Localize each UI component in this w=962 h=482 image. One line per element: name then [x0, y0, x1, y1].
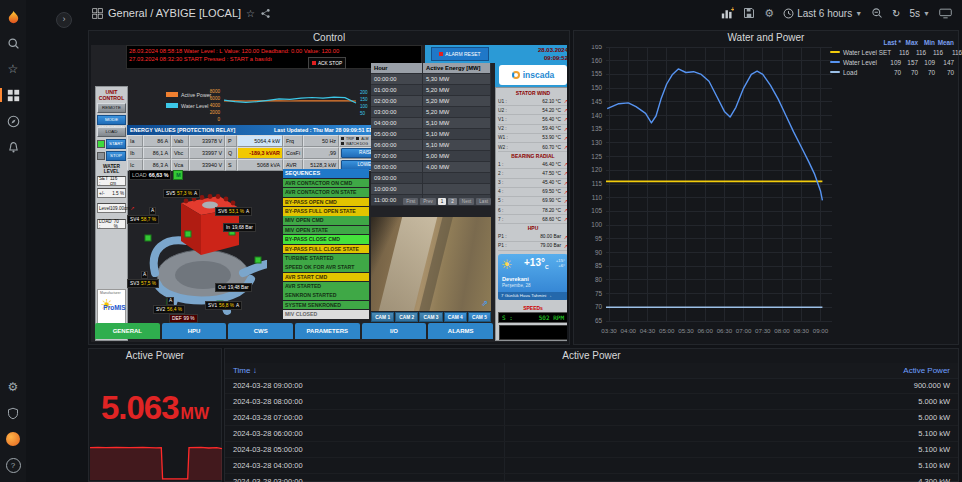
grafana-logo-icon[interactable] [3, 7, 23, 27]
unit-mini-chart[interactable]: Active PowerWater Level80006000400020000… [118, 86, 372, 122]
energy-cell: 86,1 A [143, 147, 171, 159]
start-indicator [97, 140, 105, 148]
water-level-tolerance-field[interactable]: +/-1.5 % [97, 188, 126, 198]
sequence-step: AVR START CMD [283, 273, 369, 282]
breadcrumb-text: General / AYBIGE [LOCAL] [108, 7, 241, 19]
legend-series-name[interactable]: Load [830, 69, 883, 76]
hour-table-header[interactable]: Active Energy [MW] [423, 63, 491, 74]
water-power-chart[interactable]: 1651601551501451401351301251201151101051… [576, 45, 838, 345]
legend-stat-value: 147 [935, 59, 954, 66]
share-icon[interactable] [260, 8, 271, 19]
energy-cell: 33997 V [189, 147, 225, 159]
energy-values-table: Ia86 AVab33978 VP5064,4 kWFrq50 HzTRIPAL… [127, 135, 393, 171]
speed-title: SPEEDs [498, 305, 567, 311]
hour-table-header[interactable]: Hour [371, 63, 423, 74]
camera-button[interactable]: CAM 4 [444, 312, 467, 322]
save-dashboard-button[interactable] [743, 7, 755, 19]
table-row: 2024-03-28 09:00:00900.000 W [225, 378, 958, 394]
chart-legend: Last *MaxMinMeanWater Level SET116116116… [830, 37, 954, 77]
load-percentage-badge: LOAD66,63 % M [129, 170, 183, 180]
hour-table-cell: 5,20 MW [423, 107, 491, 118]
panel-title[interactable]: Active Power [89, 349, 221, 363]
legend-stat-header[interactable]: Last * [883, 39, 901, 46]
breadcrumb[interactable]: General / AYBIGE [LOCAL] ☆ [92, 7, 271, 19]
ack-stop-button[interactable]: ACK STOP [308, 57, 346, 69]
tab-parameters[interactable]: PARAMETERS [295, 323, 360, 339]
time-range-picker[interactable]: Last 6 hours ▼ [783, 8, 862, 19]
sidebar-expand-button[interactable]: › [56, 12, 72, 28]
legend-series-name[interactable]: Water Level [830, 59, 883, 66]
dashboard-settings-button[interactable]: ⚙ [764, 7, 774, 20]
help-icon[interactable]: ? [3, 455, 23, 475]
weather-location: Devrekani [502, 276, 529, 282]
legend-stat-value: 70 [901, 69, 918, 76]
tab-i-o[interactable]: I/O [362, 323, 427, 339]
weather-forecast-link[interactable]: 7 Günlük Hava Tahmini → [498, 292, 567, 300]
refresh-interval-label: 5s [910, 8, 921, 19]
panel-title[interactable]: Active Power [225, 349, 958, 363]
pagination-button[interactable]: Prev [420, 198, 435, 205]
camera-button[interactable]: CAM 5 [468, 312, 491, 322]
water-level-title: WATER LEVEL [97, 164, 126, 174]
clock-icon [783, 8, 794, 19]
time-column-header[interactable]: Time ↓ [233, 366, 257, 375]
camera-button[interactable]: CAM 2 [395, 312, 418, 322]
pagination-button[interactable]: 1 [438, 198, 447, 205]
legend-stat-header[interactable]: Min [918, 39, 935, 46]
alerting-bell-icon[interactable] [3, 137, 23, 157]
legend-stat-value: 116 [943, 49, 962, 56]
power-column-header[interactable]: Active Power [903, 366, 950, 375]
camera-button[interactable]: CAM 1 [371, 312, 394, 322]
svg-text:135: 135 [591, 125, 602, 132]
zoom-out-button[interactable] [871, 7, 883, 19]
favorite-star-icon[interactable]: ☆ [246, 8, 255, 19]
weather-day: Perşembe, 28 [502, 283, 531, 288]
active-power-stat-panel: Active Power 5.063MW [88, 348, 222, 482]
mode-m-badge: M [173, 170, 183, 180]
refresh-button[interactable]: ↻ [892, 8, 900, 19]
hour-table-row: 10:00:00 [371, 184, 491, 195]
water-level-set-field[interactable]: SET :116 cm [97, 176, 126, 186]
energy-cell: Frq [283, 135, 303, 147]
refresh-interval-dropdown[interactable]: 5s ▼ [910, 8, 931, 19]
legend-series-name[interactable]: Water Level SET [830, 49, 891, 56]
server-admin-shield-icon[interactable] [3, 403, 23, 423]
table-body: 2024-03-28 09:00:00900.000 W2024-03-28 0… [225, 378, 958, 481]
temperature-row: V2 :59.40 °C↗ [498, 125, 567, 134]
water-power-chart-svg[interactable]: 1651601551501451401351301251201151101051… [576, 45, 838, 341]
pagination-button[interactable]: First [403, 198, 418, 205]
start-button[interactable]: START [106, 139, 126, 149]
pagination-button[interactable]: 2 [448, 198, 457, 205]
panel-title[interactable]: Control [89, 31, 569, 45]
configuration-gear-icon[interactable]: ⚙ [3, 377, 23, 397]
explore-compass-icon[interactable] [3, 111, 23, 131]
hour-table-cell: 01:00:00 [371, 85, 423, 96]
user-avatar[interactable] [3, 429, 23, 449]
starred-icon[interactable]: ☆ [3, 59, 23, 79]
kiosk-mode-button[interactable] [939, 8, 952, 19]
tab-alarms[interactable]: ALARMS [428, 323, 493, 339]
tab-general[interactable]: GENERAL [95, 323, 160, 339]
camera-button[interactable]: CAM 3 [419, 312, 442, 322]
dashboards-icon[interactable] [3, 85, 23, 105]
pagination-button[interactable]: Last [476, 198, 491, 205]
legend-row: Load70707070 [830, 67, 954, 77]
add-panel-button[interactable]: + [721, 7, 734, 20]
svg-text:75: 75 [595, 290, 603, 297]
tab-cws[interactable]: CWS [228, 323, 293, 339]
legend-stat-header[interactable]: Max [901, 39, 918, 46]
tab-hpu[interactable]: HPU [162, 323, 227, 339]
pagination-button[interactable]: Next [459, 198, 474, 205]
search-icon[interactable] [3, 33, 23, 53]
svg-text:09:00: 09:00 [813, 327, 829, 334]
temperatures-column: STATOR WINDU1 :62.10 °C↗U2 :54.20 °C↗V1 … [495, 87, 567, 341]
alarm-reset-button[interactable]: ALARM RESET [431, 47, 489, 61]
stop-button[interactable]: STOP [106, 151, 126, 161]
load-mode-button[interactable]: LOAD [97, 127, 126, 137]
load-setpoint-field[interactable]: LOAD :70 % [97, 219, 126, 229]
hour-table-cell: 5,20 MW [423, 85, 491, 96]
nav-toolbar: + ⚙ Last 6 hours ▼ ↻ 5s ▼ [721, 7, 952, 20]
hour-table-row: 09:00:00 [371, 173, 491, 184]
ptz-arrow-icon[interactable]: ⇗ [481, 299, 488, 308]
legend-stat-header[interactable]: Mean [935, 39, 954, 46]
